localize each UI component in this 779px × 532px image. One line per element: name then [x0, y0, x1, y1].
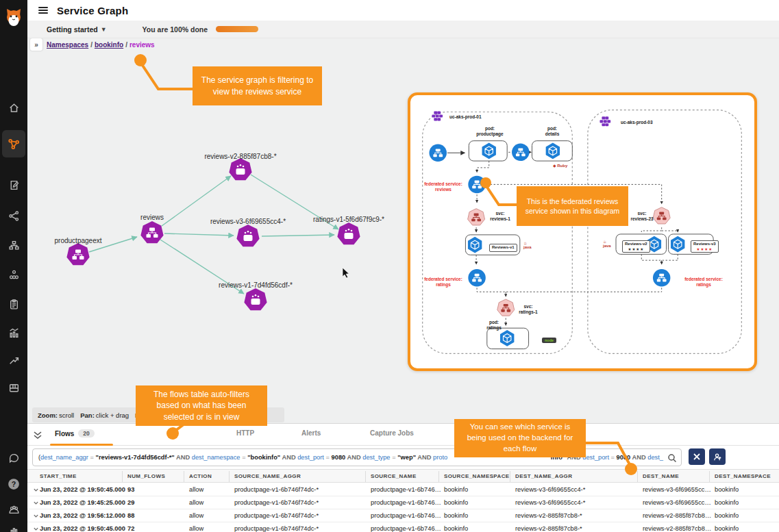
graph-node-label: reviews-v3-6f69655cc4-* — [210, 218, 286, 225]
sidebar-item-clusters[interactable] — [0, 263, 27, 286]
table-cell: productpage-v1-6b746… — [371, 499, 441, 506]
java-logo-right: ☕java — [603, 239, 611, 248]
sidebar-item-help[interactable]: ? — [0, 472, 27, 496]
graph-node-reviews-v3[interactable]: reviews-v3-6f69655cc4-* — [210, 218, 286, 246]
graph-node-reviews-v2[interactable]: reviews-v2-885f87cb8-* — [204, 153, 276, 180]
pod-productpage-label: pod:productpage — [476, 126, 503, 138]
svc-reviews-1-label: svc:reviews-1 — [490, 211, 510, 223]
tab-alerts[interactable]: Alerts — [301, 429, 321, 437]
progress-status: You are 100% done — [143, 25, 208, 34]
column-header-dest_namespace[interactable]: DEST_NAMESPACE — [715, 473, 771, 479]
getting-started-dropdown[interactable]: Getting started — [47, 25, 98, 34]
table-cell: Jun 23, 2022 @ 19:50:45.000 — [40, 525, 125, 532]
table-cell: productpage-v1-6b746f74dc-* — [234, 486, 319, 493]
table-cell: reviews-v3-6f69655cc4-* — [515, 486, 585, 493]
table-cell: productpage-v1-6b746… — [371, 525, 441, 532]
add-user-icon — [713, 453, 722, 461]
table-cell: 93 — [127, 486, 134, 493]
org-tree-icon — [8, 240, 20, 251]
column-header-action[interactable]: ACTION — [189, 473, 212, 479]
row-expand-chevron-icon[interactable] — [33, 513, 39, 519]
sidebar-item-policies[interactable] — [0, 173, 27, 197]
user-filter-button[interactable] — [709, 448, 726, 465]
row-expand-chevron-icon[interactable] — [33, 526, 39, 532]
graph-node-ratings-v1[interactable]: ratings-v1-5f6d67f9c9-* — [313, 216, 384, 244]
share-network-icon — [8, 210, 20, 222]
users-group-icon — [8, 504, 20, 516]
table-row[interactable]: Jun 23, 2022 @ 19:45:25.00029allowproduc… — [27, 496, 779, 509]
sidebar-item-activity[interactable] — [0, 321, 27, 344]
tab-capture-jobs[interactable]: Capture Jobs — [370, 429, 414, 437]
tab-http[interactable]: HTTP — [236, 429, 254, 437]
graph-node-label: reviews — [140, 214, 164, 221]
graph-edge — [164, 233, 234, 236]
sidebar-item-chat[interactable] — [0, 446, 27, 470]
callout-filtering: The service graph is filtering to view t… — [193, 66, 322, 105]
column-header-source_namespace[interactable]: SOURCE_NAMESPACE — [444, 473, 510, 479]
row-expand-chevron-icon[interactable] — [33, 500, 39, 506]
sidebar-item-compliance[interactable] — [0, 292, 27, 316]
pod-details-label: pod:details — [545, 126, 560, 138]
flows-count-badge: 20 — [78, 429, 94, 438]
table-cell: bookinfo — [444, 499, 468, 506]
service-graph-icon — [8, 138, 21, 151]
federated-service-ratings-left-label: federated service:ratings — [424, 277, 462, 288]
graph-node-reviews[interactable]: reviews — [140, 214, 164, 243]
graph-node-reviews-v1[interactable]: reviews-v1-7d4fd56cdf-* — [219, 281, 293, 310]
sidebar-item-hierarchy[interactable] — [0, 233, 27, 257]
diagram-icon-pods — [599, 116, 610, 126]
flows-panel: Flows20 HTTP Alerts Capture Jobs (dest_n… — [27, 423, 779, 532]
table-row[interactable]: Jun 23, 2022 @ 19:50:45.00093allowproduc… — [27, 483, 779, 496]
column-header-dest_name[interactable]: DEST_NAME — [643, 473, 679, 479]
table-cell: bookinfo — [715, 499, 739, 506]
diagram-icon-svcP — [653, 207, 670, 224]
hamburger-menu-icon[interactable] — [38, 7, 48, 14]
close-icon — [693, 453, 700, 460]
sidebar-item-trends[interactable] — [0, 349, 27, 372]
mouse-cursor — [343, 268, 349, 278]
reviews-v1-box: Reviews-v1 — [489, 244, 517, 252]
chevron-down-icon: ▼ — [101, 26, 107, 33]
column-header-dest_name_aggr[interactable]: DEST_NAME_AGGR — [515, 473, 572, 479]
page-title: Service Graph — [57, 5, 128, 16]
table-cell: bookinfo — [715, 486, 739, 493]
graph-node-productpageext[interactable]: productpageext — [55, 237, 102, 265]
svc-ratings-1-label: svc:ratings-1 — [519, 304, 537, 316]
sidebar-item-home[interactable] — [0, 96, 27, 119]
sidebar-item-users[interactable] — [0, 498, 27, 521]
table-cell: bookinfo — [444, 512, 468, 519]
sidebar-item-storage[interactable] — [0, 376, 27, 399]
column-header-start_time[interactable]: START_TIME — [40, 473, 77, 479]
flows-table-header: START_TIMENUM_FLOWSACTIONSOURCE_NAME_AGG… — [27, 469, 779, 483]
row-expand-chevron-icon[interactable] — [33, 487, 39, 493]
callout-flows: The flows table auto-filters based on wh… — [136, 385, 267, 426]
filter-query-text-left: (dest_name_aggr = "reviews-v1-7d4fd56cdf… — [38, 454, 449, 461]
sidebar: ? — [0, 0, 27, 532]
column-header-num_flows[interactable]: NUM_FLOWS — [127, 473, 165, 479]
clear-filter-button[interactable] — [689, 448, 705, 465]
table-cell: allow — [189, 512, 203, 519]
diagram-icon-svcB — [653, 269, 670, 286]
cluster-right-name: uc-aks-prod-03 — [621, 120, 653, 125]
sidebar-item-reports[interactable] — [0, 518, 27, 532]
column-header-source_name[interactable]: SOURCE_NAME — [371, 473, 417, 479]
table-cell: 29 — [127, 499, 134, 506]
tab-flows[interactable]: Flows20 — [55, 429, 95, 438]
red-stars: ★★★★ — [693, 247, 716, 251]
collapse-panel-icon[interactable] — [33, 430, 42, 440]
table-row[interactable]: Jun 23, 2022 @ 19:50:45.00072allowproduc… — [27, 522, 779, 532]
sidebar-item-service-graph[interactable] — [2, 130, 25, 157]
table-cell: reviews-v2-885f87cb8… — [643, 512, 711, 519]
table-cell: bookinfo — [444, 486, 468, 493]
table-row[interactable]: Jun 23, 2022 @ 19:56:12.00088allowproduc… — [27, 509, 779, 522]
cluster-icon — [8, 269, 20, 281]
column-header-source_name_aggr[interactable]: SOURCE_NAME_AGGR — [234, 473, 301, 479]
table-cell: reviews-v3-6f69655cc… — [643, 486, 711, 493]
sidebar-item-network-sets[interactable] — [0, 204, 27, 227]
bar-chart-icon — [8, 524, 20, 532]
service-graph-canvas[interactable]: » Namespaces/bookinfo/reviews productpag… — [27, 38, 779, 423]
cluster-boundary-right — [588, 110, 741, 354]
calico-cat-logo[interactable] — [0, 4, 27, 31]
diagram-icon-svcB — [512, 144, 529, 161]
active-tab-underline — [50, 444, 113, 446]
